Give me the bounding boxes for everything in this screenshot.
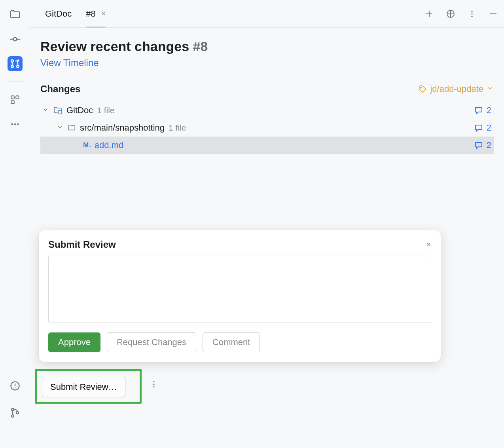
svg-rect-8: [16, 96, 19, 99]
svg-point-30: [153, 381, 154, 382]
svg-point-31: [153, 383, 154, 385]
tab-bar: GitDoc #8 ×: [30, 0, 504, 28]
svg-rect-7: [11, 96, 14, 99]
tab-label: #8: [86, 9, 95, 19]
svg-point-0: [13, 38, 17, 41]
svg-point-10: [11, 123, 13, 125]
page-title: Review recent changes #8: [40, 39, 494, 54]
module-folder-icon: [53, 106, 63, 115]
tree-name: GitDoc: [66, 105, 93, 116]
svg-rect-29: [58, 110, 62, 114]
minimize-icon[interactable]: [488, 9, 498, 19]
tree-row-project[interactable]: GitDoc 1 file 2: [40, 102, 494, 119]
svg-point-25: [471, 13, 472, 14]
view-timeline-link[interactable]: View Timeline: [40, 57, 99, 68]
target-icon[interactable]: [445, 9, 456, 19]
tag-icon: [418, 85, 427, 93]
svg-point-11: [14, 123, 15, 125]
chevron-down-icon: [56, 123, 65, 133]
comment-count[interactable]: 2: [474, 123, 491, 133]
tree-name: src/main/snapshotting: [80, 123, 165, 133]
folder-icon[interactable]: [8, 7, 23, 22]
svg-point-6: [17, 59, 19, 61]
markdown-icon: M↓: [83, 141, 91, 149]
git-icon[interactable]: [8, 405, 23, 420]
tab-pr8[interactable]: #8 ×: [79, 0, 113, 28]
svg-point-24: [471, 10, 472, 11]
problems-icon[interactable]: [8, 378, 23, 393]
folder-icon: [67, 123, 76, 132]
svg-point-28: [421, 87, 422, 88]
tree-count: 1 file: [169, 123, 186, 133]
title-text: Review recent changes: [40, 39, 189, 54]
branch-selector[interactable]: jd/add-update: [418, 84, 494, 94]
approve-button[interactable]: Approve: [48, 332, 100, 352]
popup-title: Submit Review: [48, 239, 116, 250]
svg-point-32: [153, 386, 154, 387]
left-tool-rail: [0, 0, 30, 448]
tree-row-file[interactable]: M↓ add.md 2: [40, 137, 494, 154]
comment-button[interactable]: Comment: [203, 332, 260, 352]
submit-review-popup: Submit Review × Approve Request Changes …: [39, 230, 441, 362]
svg-point-17: [11, 415, 14, 417]
tab-actions: [424, 9, 498, 19]
changes-header: Changes jd/add-update: [40, 84, 494, 95]
review-comment-input[interactable]: [48, 256, 431, 323]
close-icon[interactable]: ×: [101, 9, 106, 18]
tab-label: GitDoc: [45, 9, 72, 19]
svg-point-18: [16, 412, 18, 414]
request-changes-button[interactable]: Request Changes: [107, 332, 196, 352]
more-icon[interactable]: [8, 117, 23, 132]
tab-gitdoc[interactable]: GitDoc: [38, 0, 79, 28]
comment-icon: [474, 123, 483, 133]
title-hash: #8: [193, 39, 208, 54]
svg-point-5: [17, 65, 19, 68]
svg-rect-9: [11, 101, 14, 104]
svg-point-12: [17, 123, 19, 125]
svg-point-3: [11, 60, 13, 62]
chevron-down-icon: [487, 84, 494, 94]
tree-name: add.md: [95, 140, 123, 150]
svg-point-16: [11, 408, 14, 411]
commit-icon[interactable]: [8, 32, 23, 47]
svg-point-26: [471, 15, 472, 17]
tree-count: 1 file: [97, 106, 114, 115]
svg-point-15: [14, 387, 15, 389]
svg-point-4: [11, 65, 13, 68]
rail-separator: [6, 82, 24, 82]
kebab-icon[interactable]: [467, 9, 477, 19]
comment-icon: [474, 140, 483, 150]
comment-count[interactable]: 2: [474, 140, 491, 150]
submit-review-button[interactable]: Submit Review…: [42, 377, 125, 397]
branch-name: jd/add-update: [430, 84, 483, 94]
kebab-icon[interactable]: [150, 380, 158, 391]
close-icon[interactable]: ×: [426, 239, 431, 250]
chevron-down-icon: [42, 105, 51, 116]
pull-request-icon[interactable]: [8, 56, 23, 71]
plus-icon[interactable]: [424, 9, 434, 19]
comment-count[interactable]: 2: [474, 105, 491, 116]
structure-icon[interactable]: [8, 92, 23, 107]
changes-heading: Changes: [40, 84, 80, 95]
comment-icon: [474, 106, 483, 115]
tree-row-folder[interactable]: src/main/snapshotting 1 file 2: [40, 119, 494, 137]
